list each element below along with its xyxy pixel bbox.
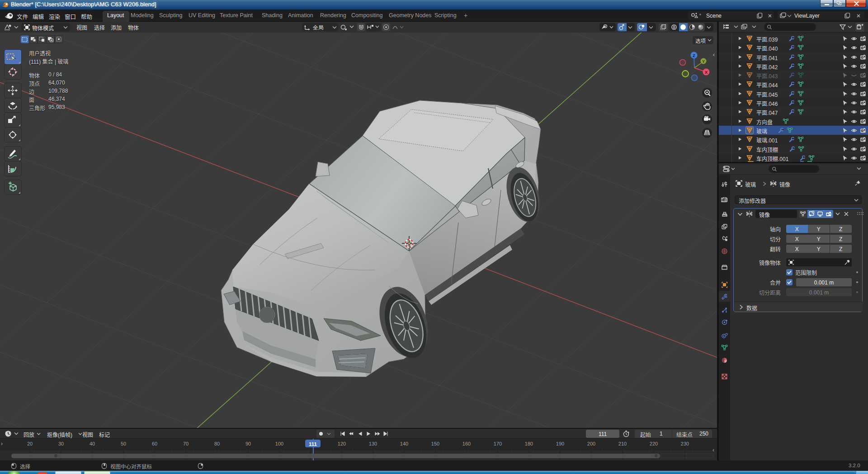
svg-text:Z: Z [693,53,695,58]
svg-text:X: X [705,70,708,75]
svg-text:Y: Y [702,59,705,64]
